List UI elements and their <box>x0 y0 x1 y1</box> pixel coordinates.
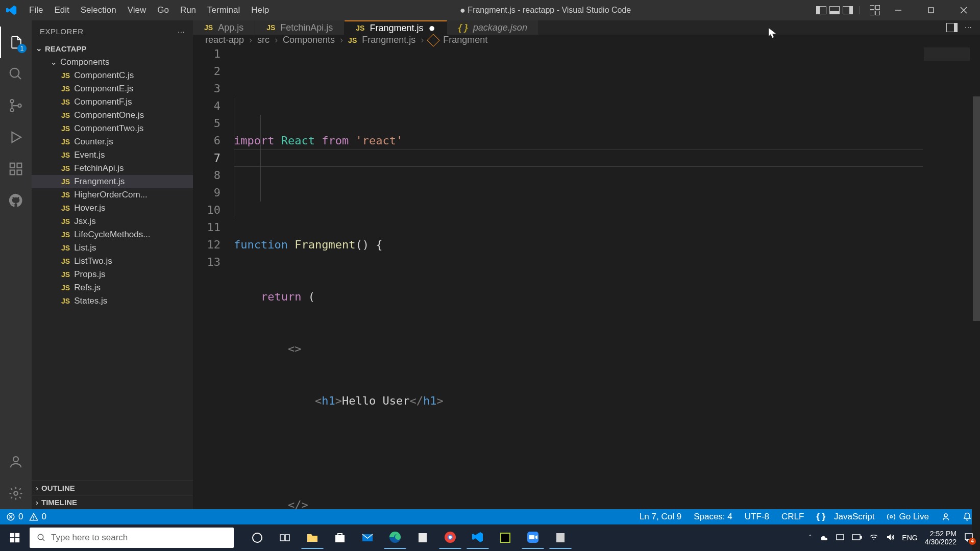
start-button[interactable] <box>0 524 30 551</box>
activity-run-debug[interactable] <box>0 121 32 153</box>
breadcrumbs[interactable]: react-app› src› Components› JSFrangment.… <box>193 35 980 45</box>
file-row[interactable]: JSEvent.js <box>32 148 193 162</box>
activity-accounts[interactable] <box>0 446 32 478</box>
menu-run[interactable]: Run <box>175 5 202 15</box>
file-name: Hover.js <box>74 203 105 213</box>
file-name: ComponentOne.js <box>74 110 144 120</box>
explorer-more-icon[interactable]: ··· <box>178 27 185 36</box>
window-maximize[interactable] <box>917 0 945 20</box>
js-icon: JS <box>61 204 70 212</box>
timeline-section[interactable]: › TIMELINE <box>32 495 193 509</box>
breadcrumb-item[interactable]: Frangment.js <box>362 35 415 45</box>
js-icon: JS <box>61 98 70 106</box>
code-token: return <box>261 290 301 303</box>
menu-go[interactable]: Go <box>152 5 175 15</box>
minimap[interactable] <box>921 45 972 551</box>
activity-badge: 1 <box>17 44 27 53</box>
activity-settings[interactable] <box>0 478 32 509</box>
project-section[interactable]: ⌄ REACTAPP <box>32 42 193 55</box>
file-name: ComponentF.js <box>74 97 132 107</box>
tab-fetchinapi[interactable]: JSFetchinApi.js <box>255 20 345 35</box>
file-row[interactable]: JSJsx.js <box>32 215 193 228</box>
menu-help[interactable]: Help <box>246 5 275 15</box>
activity-github[interactable] <box>0 185 32 216</box>
breadcrumb-item[interactable]: Frangment <box>443 35 487 45</box>
file-row[interactable]: JSFrangment.js <box>32 175 193 188</box>
tab-label: App.js <box>218 22 243 33</box>
file-name: ListTwo.js <box>74 256 112 266</box>
code-content[interactable]: import React from 'react' function Frang… <box>234 45 980 551</box>
split-editor-icon[interactable] <box>946 23 958 32</box>
file-row[interactable]: JSComponentTwo.js <box>32 122 193 135</box>
vscode-logo <box>0 5 23 16</box>
svg-rect-24 <box>10 538 14 542</box>
menu-file[interactable]: File <box>23 5 48 15</box>
titlebar-controls <box>816 0 980 20</box>
outline-section[interactable]: › OUTLINE <box>32 481 193 495</box>
js-icon: JS <box>61 138 70 146</box>
menu-view[interactable]: View <box>122 5 152 15</box>
file-row[interactable]: JSComponentOne.js <box>32 109 193 122</box>
toggle-sidebar-right-icon[interactable] <box>843 6 853 14</box>
breadcrumb-item[interactable]: src <box>257 35 270 45</box>
customize-layout-icon[interactable] <box>870 5 880 15</box>
tab-package[interactable]: { }package.json <box>447 20 539 35</box>
file-name: Event.js <box>74 150 105 160</box>
file-row[interactable]: JSHover.js <box>32 202 193 215</box>
file-row[interactable]: JSLifeCycleMethods... <box>32 228 193 241</box>
notification-badge: 4 <box>969 538 976 545</box>
activity-source-control[interactable] <box>0 90 32 121</box>
window-close[interactable] <box>949 0 978 20</box>
activity-explorer[interactable]: 1 <box>0 27 32 58</box>
file-row[interactable]: JSList.js <box>32 241 193 255</box>
code-token: < <box>315 394 322 407</box>
svg-point-13 <box>13 457 18 462</box>
file-row[interactable]: JSComponentE.js <box>32 82 193 95</box>
js-icon: JS <box>61 297 70 305</box>
svg-point-7 <box>10 109 13 112</box>
file-row[interactable]: JSStates.js <box>32 294 193 308</box>
status-warnings[interactable]: 0 <box>29 512 46 522</box>
activity-search[interactable] <box>0 58 32 90</box>
js-icon: JS <box>61 244 70 252</box>
tab-label: package.json <box>473 22 527 33</box>
toggle-panel-icon[interactable] <box>829 6 840 14</box>
file-row[interactable]: JSComponentC.js <box>32 69 193 82</box>
editor-more-icon[interactable]: ··· <box>965 22 972 33</box>
file-row[interactable]: JSRefs.js <box>32 281 193 294</box>
code-editor[interactable]: 12345678910111213 import React from 'rea… <box>193 45 980 551</box>
file-row[interactable]: JSCounter.js <box>32 135 193 148</box>
svg-point-14 <box>14 491 18 495</box>
menu-terminal[interactable]: Terminal <box>202 5 246 15</box>
svg-rect-9 <box>10 163 15 168</box>
tab-frangment[interactable]: JSFrangment.js● <box>345 20 447 35</box>
folder-components[interactable]: ⌄ Components <box>32 55 193 69</box>
svg-rect-12 <box>17 170 22 175</box>
toggle-sidebar-left-icon[interactable] <box>816 6 826 14</box>
file-row[interactable]: JSListTwo.js <box>32 255 193 268</box>
layout-icons <box>816 6 860 14</box>
chevron-down-icon: ⌄ <box>50 57 57 67</box>
editor-tabs: JSApp.js JSFetchinApi.js JSFrangment.js●… <box>193 20 980 35</box>
file-row[interactable]: JSComponentF.js <box>32 95 193 109</box>
menu-selection[interactable]: Selection <box>75 5 122 15</box>
file-name: Props.js <box>74 269 105 280</box>
tab-app[interactable]: JSApp.js <box>193 20 255 35</box>
svg-point-6 <box>10 99 13 103</box>
file-row[interactable]: JSFetchinApi.js <box>32 162 193 175</box>
vertical-scrollbar[interactable] <box>972 45 980 551</box>
chevron-down-icon: ⌄ <box>36 44 43 53</box>
window-minimize[interactable] <box>884 0 913 20</box>
breadcrumb-item[interactable]: Components <box>283 35 335 45</box>
menu-edit[interactable]: Edit <box>48 5 75 15</box>
status-errors[interactable]: 0 <box>6 512 23 522</box>
file-row[interactable]: JSProps.js <box>32 268 193 281</box>
tray-notifications-icon[interactable]: 4 <box>964 532 974 544</box>
tab-label: Frangment.js <box>370 23 423 34</box>
file-row[interactable]: JSHigherOrderCom... <box>32 188 193 202</box>
dirty-dot-icon[interactable]: ● <box>429 21 435 35</box>
project-name: REACTAPP <box>45 44 86 53</box>
code-token: ( <box>308 290 315 303</box>
breadcrumb-item[interactable]: react-app <box>205 35 244 45</box>
activity-extensions[interactable] <box>0 153 32 185</box>
